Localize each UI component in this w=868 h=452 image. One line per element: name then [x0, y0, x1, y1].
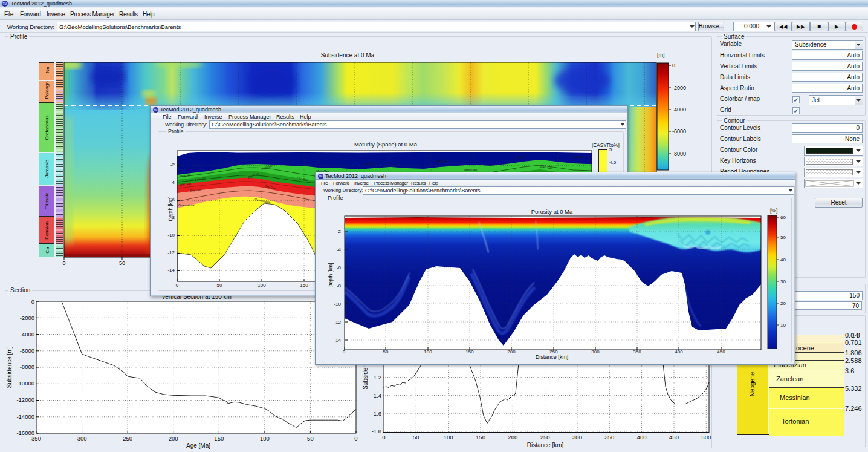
- svg-text:200: 200: [508, 434, 517, 441]
- svg-text:-1.4: -1.4: [372, 392, 381, 399]
- svg-text:0: 0: [672, 62, 675, 68]
- svg-text:300: 300: [77, 435, 87, 442]
- svg-text:450: 450: [669, 434, 679, 441]
- svg-text:100: 100: [260, 435, 270, 442]
- svg-text:10: 10: [780, 323, 786, 328]
- svg-text:30: 30: [780, 279, 786, 284]
- svg-text:60: 60: [780, 215, 786, 220]
- svg-text:-2000: -2000: [20, 315, 34, 321]
- svg-text:350: 350: [604, 434, 614, 441]
- svg-text:50: 50: [413, 434, 419, 441]
- svg-text:-1.8: -1.8: [372, 428, 381, 434]
- svg-text:-1.6: -1.6: [372, 410, 381, 417]
- svg-text:250: 250: [540, 434, 550, 441]
- svg-text:Subsidence [m]: Subsidence [m]: [6, 346, 13, 388]
- svg-text:300: 300: [572, 434, 582, 441]
- svg-text:0: 0: [31, 298, 34, 305]
- svg-text:200: 200: [169, 435, 178, 442]
- svg-text:-6000: -6000: [20, 347, 34, 354]
- svg-text:0: 0: [62, 260, 65, 266]
- svg-text:-8000: -8000: [672, 151, 686, 157]
- svg-text:-4000: -4000: [672, 106, 686, 113]
- svg-text:-14000: -14000: [16, 413, 34, 420]
- svg-text:-6000: -6000: [672, 128, 686, 134]
- svg-text:20: 20: [780, 301, 786, 306]
- svg-text:-4000: -4000: [20, 331, 34, 338]
- svg-text:50: 50: [780, 235, 786, 240]
- svg-text:500: 500: [701, 434, 711, 441]
- svg-text:350: 350: [31, 435, 41, 442]
- svg-text:250: 250: [123, 435, 132, 442]
- svg-text:-12000: -12000: [16, 396, 34, 403]
- svg-text:150: 150: [214, 435, 224, 442]
- svg-text:50: 50: [119, 260, 125, 266]
- svg-text:Distance [km]: Distance [km]: [527, 442, 564, 448]
- svg-text:100: 100: [444, 434, 453, 441]
- svg-text:-10000: -10000: [16, 380, 34, 387]
- svg-text:400: 400: [637, 434, 647, 441]
- svg-text:-8000: -8000: [20, 364, 34, 370]
- svg-text:Subsiden: Subsiden: [362, 364, 369, 390]
- svg-text:-1.2: -1.2: [372, 374, 381, 381]
- svg-text:Main Oil: Main Oil: [573, 155, 585, 159]
- svg-text:0: 0: [382, 434, 385, 441]
- svg-text:40: 40: [780, 257, 786, 263]
- svg-text:Overmature: Overmature: [178, 203, 195, 207]
- svg-text:Age [Ma]: Age [Ma]: [186, 442, 210, 449]
- svg-text:0: 0: [354, 435, 357, 442]
- svg-text:150: 150: [476, 434, 485, 441]
- svg-text:50: 50: [307, 435, 314, 442]
- svg-text:-2000: -2000: [672, 85, 686, 91]
